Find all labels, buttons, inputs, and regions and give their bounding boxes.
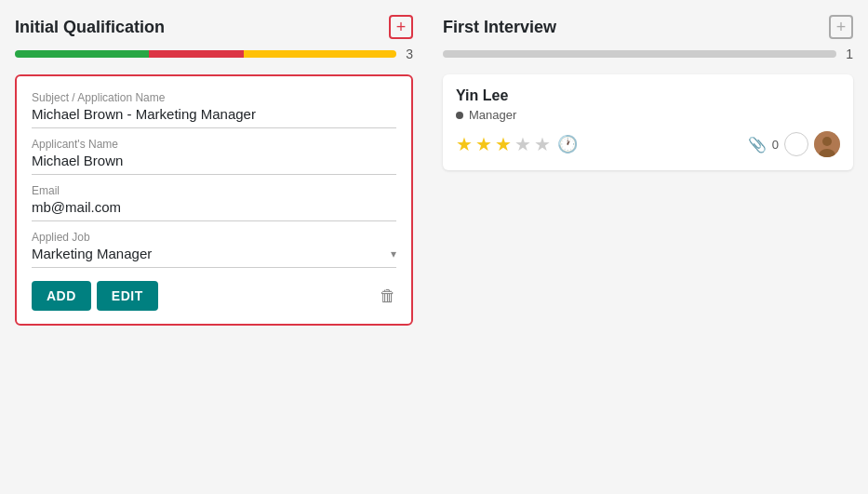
email-label: Email — [32, 184, 396, 197]
card-name: Yin Lee — [456, 87, 840, 104]
form-buttons: ADD EDIT — [32, 281, 158, 311]
circle-icon — [784, 132, 808, 156]
right-progress-bar — [443, 50, 836, 58]
applicant-label: Applicant's Name — [32, 138, 396, 151]
email-field: Email mb@mail.com — [32, 184, 396, 221]
star-2[interactable]: ★ — [475, 133, 492, 155]
left-col-title: Initial Qualification — [15, 18, 165, 37]
card-actions: 📎 0 — [748, 131, 840, 157]
right-add-button[interactable]: + — [829, 15, 853, 39]
star-3[interactable]: ★ — [495, 133, 512, 155]
left-add-button[interactable]: + — [389, 15, 413, 39]
card-role: Manager — [469, 108, 516, 122]
edit-button[interactable]: EDIT — [97, 281, 158, 311]
card-footer: ★ ★ ★ ★ ★ 🕐 📎 0 — [456, 131, 840, 157]
progress-segment-yellow — [244, 50, 396, 58]
avatar — [814, 131, 840, 157]
clock-icon: 🕐 — [557, 134, 578, 154]
subject-label: Subject / Application Name — [32, 91, 396, 104]
job-value: Marketing Manager — [32, 246, 152, 261]
kanban-card[interactable]: Yin Lee Manager ★ ★ ★ ★ ★ 🕐 📎 0 — [443, 74, 853, 170]
right-count: 1 — [846, 47, 853, 61]
subject-field: Subject / Application Name Michael Brown… — [32, 91, 396, 128]
applicant-field: Applicant's Name Michael Brown — [32, 138, 396, 175]
chevron-down-icon: ▾ — [391, 247, 396, 260]
add-button[interactable]: ADD — [32, 281, 91, 311]
job-field: Applied Job Marketing Manager ▾ — [32, 231, 396, 268]
progress-row: 3 — [15, 47, 413, 61]
application-form-card: Subject / Application Name Michael Brown… — [15, 74, 413, 326]
svg-point-1 — [822, 137, 832, 146]
star-5[interactable]: ★ — [534, 133, 551, 155]
attachment-count: 0 — [772, 138, 779, 152]
card-role-row: Manager — [456, 108, 840, 122]
applicant-value[interactable]: Michael Brown — [32, 153, 396, 175]
progress-segment-green — [15, 50, 149, 58]
subject-value[interactable]: Michael Brown - Marketing Manager — [32, 106, 396, 128]
email-value[interactable]: mb@mail.com — [32, 199, 396, 221]
job-value-row[interactable]: Marketing Manager ▾ — [32, 246, 396, 268]
avatar-image — [814, 131, 840, 157]
right-col-header: First Interview + — [443, 15, 853, 39]
star-1[interactable]: ★ — [456, 133, 473, 155]
delete-icon[interactable]: 🗑 — [380, 287, 396, 306]
stars-row: ★ ★ ★ ★ ★ 🕐 — [456, 133, 578, 155]
left-count: 3 — [406, 47, 413, 61]
star-4[interactable]: ★ — [514, 133, 531, 155]
left-column: Initial Qualification + 3 Subject / Appl… — [0, 0, 428, 494]
right-col-title: First Interview — [443, 18, 556, 37]
job-label: Applied Job — [32, 231, 396, 244]
right-progress-row: 1 — [443, 47, 853, 61]
attachment-icon[interactable]: 📎 — [748, 136, 767, 154]
left-col-header: Initial Qualification + — [15, 15, 413, 39]
progress-segment-red — [149, 50, 245, 58]
role-dot — [456, 112, 463, 119]
form-actions: ADD EDIT 🗑 — [32, 281, 396, 311]
progress-bar — [15, 50, 396, 58]
right-column: First Interview + 1 Yin Lee Manager ★ ★ … — [428, 0, 868, 494]
